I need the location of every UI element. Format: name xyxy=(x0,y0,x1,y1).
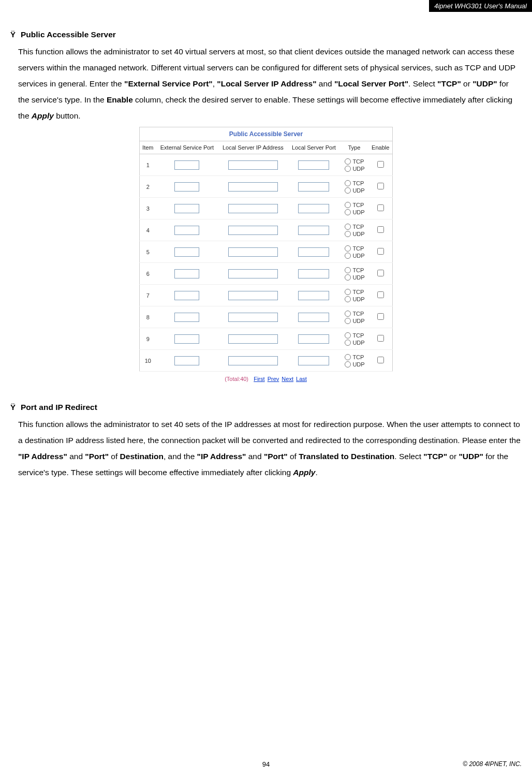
udp-option[interactable]: UDP xyxy=(345,187,364,194)
local-port-input[interactable] xyxy=(298,226,329,235)
tcp-radio[interactable] xyxy=(345,311,351,317)
enable-checkbox[interactable] xyxy=(377,357,384,363)
tcp-radio[interactable] xyxy=(345,180,351,186)
external-port-input[interactable] xyxy=(174,356,199,365)
enable-checkbox[interactable] xyxy=(377,335,384,342)
udp-radio[interactable] xyxy=(345,253,351,259)
text-bold: "TCP" xyxy=(423,452,447,461)
tcp-option[interactable]: TCP xyxy=(345,158,364,165)
udp-radio[interactable] xyxy=(345,274,351,281)
local-ip-input[interactable] xyxy=(228,160,278,170)
udp-radio[interactable] xyxy=(345,296,351,302)
udp-radio[interactable] xyxy=(345,318,351,324)
local-port-input[interactable] xyxy=(298,160,329,170)
external-port-input[interactable] xyxy=(174,334,199,344)
tcp-option[interactable]: TCP xyxy=(345,332,364,339)
udp-option[interactable]: UDP xyxy=(345,253,364,259)
tcp-radio[interactable] xyxy=(345,202,351,208)
tcp-radio[interactable] xyxy=(345,267,351,273)
local-port-input[interactable] xyxy=(298,204,329,213)
local-ip-input[interactable] xyxy=(228,226,278,235)
tcp-option[interactable]: TCP xyxy=(345,202,364,208)
section1-heading-row: Ÿ Public Accessible Server xyxy=(10,30,522,39)
tcp-option[interactable]: TCP xyxy=(345,354,364,360)
table-row: 7TCPUDP xyxy=(140,285,393,306)
local-ip-input[interactable] xyxy=(228,247,278,257)
udp-option[interactable]: UDP xyxy=(345,361,364,368)
tcp-option[interactable]: TCP xyxy=(345,224,364,230)
tcp-radio[interactable] xyxy=(345,354,351,360)
text-bold: "IP Address" xyxy=(197,452,246,461)
enable-checkbox[interactable] xyxy=(377,161,384,168)
local-port-input[interactable] xyxy=(298,291,329,300)
udp-option[interactable]: UDP xyxy=(345,166,364,172)
udp-option[interactable]: UDP xyxy=(345,274,364,281)
enable-checkbox[interactable] xyxy=(377,183,384,189)
local-ip-input[interactable] xyxy=(228,269,278,278)
enable-checkbox[interactable] xyxy=(377,248,384,255)
pager-first-link[interactable]: First xyxy=(254,376,264,382)
tcp-option[interactable]: TCP xyxy=(345,245,364,252)
local-ip-input[interactable] xyxy=(228,334,278,344)
udp-option[interactable]: UDP xyxy=(345,231,364,237)
external-port-input[interactable] xyxy=(174,226,199,235)
external-port-input[interactable] xyxy=(174,313,199,322)
text-bold-italic: Apply xyxy=(293,468,315,477)
tcp-label: TCP xyxy=(352,289,364,295)
enable-checkbox[interactable] xyxy=(377,270,384,276)
local-port-input[interactable] xyxy=(298,269,329,278)
udp-radio[interactable] xyxy=(345,231,351,237)
enable-checkbox[interactable] xyxy=(377,204,384,211)
local-port-input[interactable] xyxy=(298,334,329,344)
udp-option[interactable]: UDP xyxy=(345,318,364,324)
local-ip-input[interactable] xyxy=(228,313,278,322)
footer: 94 © 2008 4IPNET, INC. xyxy=(10,760,522,768)
udp-radio[interactable] xyxy=(345,209,351,215)
external-port-input[interactable] xyxy=(174,160,199,170)
udp-option[interactable]: UDP xyxy=(345,209,364,215)
tcp-radio[interactable] xyxy=(345,289,351,295)
udp-radio[interactable] xyxy=(345,340,351,346)
external-port-input[interactable] xyxy=(174,291,199,300)
tcp-option[interactable]: TCP xyxy=(345,267,364,273)
local-port-input[interactable] xyxy=(298,247,329,257)
tcp-label: TCP xyxy=(352,354,364,360)
enable-checkbox[interactable] xyxy=(377,226,384,233)
tcp-option[interactable]: TCP xyxy=(345,289,364,295)
tcp-radio[interactable] xyxy=(345,332,351,339)
pager-next-link[interactable]: Next xyxy=(282,376,293,382)
local-port-input[interactable] xyxy=(298,182,329,192)
th-local-ip: Local Server IP Address xyxy=(218,141,288,154)
udp-radio[interactable] xyxy=(345,361,351,368)
udp-option[interactable]: UDP xyxy=(345,340,364,346)
pager-prev-link[interactable]: Prev xyxy=(268,376,279,382)
local-ip-input[interactable] xyxy=(228,204,278,213)
tcp-radio[interactable] xyxy=(345,245,351,252)
cell-item: 7 xyxy=(140,285,156,306)
local-port-input[interactable] xyxy=(298,313,329,322)
enable-checkbox[interactable] xyxy=(377,313,384,320)
udp-option[interactable]: UDP xyxy=(345,296,364,302)
public-accessible-server-ui: Public Accessible Server Item External S… xyxy=(139,127,393,382)
udp-radio[interactable] xyxy=(345,166,351,172)
tcp-option[interactable]: TCP xyxy=(345,311,364,317)
tcp-label: TCP xyxy=(352,267,364,273)
tcp-radio[interactable] xyxy=(345,224,351,230)
pager-last-link[interactable]: Last xyxy=(296,376,307,382)
local-ip-input[interactable] xyxy=(228,291,278,300)
local-ip-input[interactable] xyxy=(228,182,278,192)
local-port-input[interactable] xyxy=(298,356,329,365)
udp-radio[interactable] xyxy=(345,187,351,194)
text-bold: Translated to Destination xyxy=(299,452,394,461)
external-port-input[interactable] xyxy=(174,204,199,213)
external-port-input[interactable] xyxy=(174,269,199,278)
enable-checkbox[interactable] xyxy=(377,291,384,298)
local-ip-input[interactable] xyxy=(228,356,278,365)
tcp-option[interactable]: TCP xyxy=(345,180,364,186)
external-port-input[interactable] xyxy=(174,247,199,257)
tcp-radio[interactable] xyxy=(345,158,351,165)
external-port-input[interactable] xyxy=(174,182,199,192)
cell-item: 5 xyxy=(140,241,156,263)
text: This function allows the administrator t… xyxy=(18,420,521,445)
table-row: 6TCPUDP xyxy=(140,263,393,285)
